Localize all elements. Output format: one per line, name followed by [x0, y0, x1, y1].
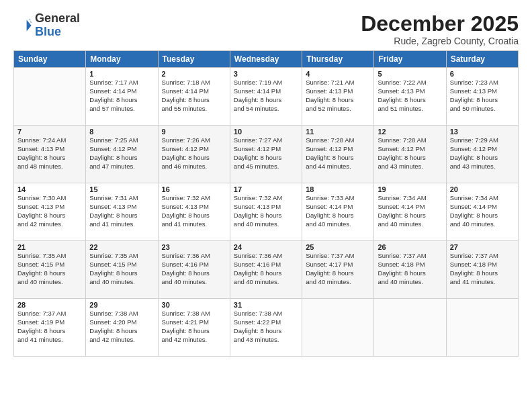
calendar-table: SundayMondayTuesdayWednesdayThursdayFrid…	[13, 50, 519, 357]
day-info: Sunrise: 7:17 AMSunset: 4:14 PMDaylight:…	[89, 79, 154, 113]
svg-marker-1	[28, 19, 32, 23]
calendar-cell: 24Sunrise: 7:36 AMSunset: 4:16 PMDayligh…	[230, 241, 302, 299]
calendar-cell: 17Sunrise: 7:32 AMSunset: 4:13 PMDayligh…	[230, 183, 302, 241]
calendar-body: 1Sunrise: 7:17 AMSunset: 4:14 PMDaylight…	[14, 68, 519, 357]
calendar-cell: 9Sunrise: 7:26 AMSunset: 4:12 PMDaylight…	[158, 126, 230, 183]
calendar-week-row: 28Sunrise: 7:37 AMSunset: 4:19 PMDayligh…	[14, 299, 519, 357]
day-info: Sunrise: 7:37 AMSunset: 4:18 PMDaylight:…	[378, 252, 442, 286]
day-info: Sunrise: 7:19 AMSunset: 4:14 PMDaylight:…	[234, 79, 298, 113]
calendar-week-row: 1Sunrise: 7:17 AMSunset: 4:14 PMDaylight…	[14, 68, 519, 126]
day-number: 31	[234, 301, 298, 309]
day-number: 15	[89, 185, 154, 193]
calendar-cell: 28Sunrise: 7:37 AMSunset: 4:19 PMDayligh…	[14, 299, 86, 357]
day-number: 8	[89, 128, 154, 136]
day-info: Sunrise: 7:35 AMSunset: 4:15 PMDaylight:…	[89, 252, 154, 286]
calendar-header-row: SundayMondayTuesdayWednesdayThursdayFrid…	[14, 51, 519, 68]
day-number: 2	[162, 70, 226, 78]
day-number: 5	[378, 70, 442, 78]
weekday-header: Tuesday	[158, 51, 230, 68]
day-info: Sunrise: 7:37 AMSunset: 4:19 PMDaylight:…	[17, 310, 82, 344]
calendar-cell: 2Sunrise: 7:18 AMSunset: 4:14 PMDaylight…	[158, 68, 230, 126]
day-info: Sunrise: 7:28 AMSunset: 4:12 PMDaylight:…	[378, 136, 442, 171]
calendar-cell: 16Sunrise: 7:32 AMSunset: 4:13 PMDayligh…	[158, 183, 230, 241]
day-number: 23	[162, 243, 226, 251]
day-info: Sunrise: 7:24 AMSunset: 4:13 PMDaylight:…	[17, 136, 82, 171]
calendar-cell: 11Sunrise: 7:28 AMSunset: 4:12 PMDayligh…	[302, 126, 374, 183]
calendar-cell: 22Sunrise: 7:35 AMSunset: 4:15 PMDayligh…	[86, 241, 158, 299]
day-number: 19	[378, 185, 442, 193]
day-number: 7	[17, 128, 82, 136]
location: Rude, Zagreb County, Croatia	[361, 36, 519, 46]
day-info: Sunrise: 7:30 AMSunset: 4:13 PMDaylight:…	[17, 194, 82, 228]
day-info: Sunrise: 7:34 AMSunset: 4:14 PMDaylight:…	[378, 194, 442, 228]
calendar-cell: 18Sunrise: 7:33 AMSunset: 4:14 PMDayligh…	[302, 183, 374, 241]
day-number: 9	[162, 128, 226, 136]
weekday-header: Monday	[86, 51, 158, 68]
calendar-cell: 23Sunrise: 7:36 AMSunset: 4:16 PMDayligh…	[158, 241, 230, 299]
day-info: Sunrise: 7:37 AMSunset: 4:17 PMDaylight:…	[306, 252, 370, 286]
day-info: Sunrise: 7:34 AMSunset: 4:14 PMDaylight:…	[450, 194, 515, 228]
day-number: 1	[89, 70, 154, 78]
day-info: Sunrise: 7:21 AMSunset: 4:13 PMDaylight:…	[306, 79, 370, 113]
day-info: Sunrise: 7:22 AMSunset: 4:13 PMDaylight:…	[378, 79, 442, 113]
weekday-header: Friday	[374, 51, 446, 68]
calendar-week-row: 14Sunrise: 7:30 AMSunset: 4:13 PMDayligh…	[14, 183, 519, 241]
day-info: Sunrise: 7:38 AMSunset: 4:20 PMDaylight:…	[89, 310, 154, 344]
weekday-header: Saturday	[446, 51, 518, 68]
calendar-cell: 30Sunrise: 7:38 AMSunset: 4:21 PMDayligh…	[158, 299, 230, 357]
day-info: Sunrise: 7:36 AMSunset: 4:16 PMDaylight:…	[234, 252, 298, 286]
day-info: Sunrise: 7:38 AMSunset: 4:22 PMDaylight:…	[234, 310, 298, 344]
calendar-cell: 10Sunrise: 7:27 AMSunset: 4:12 PMDayligh…	[230, 126, 302, 183]
calendar-cell: 25Sunrise: 7:37 AMSunset: 4:17 PMDayligh…	[302, 241, 374, 299]
calendar-cell	[446, 299, 518, 357]
logo-icon	[13, 16, 32, 35]
logo: General Blue	[13, 12, 80, 39]
calendar-cell: 3Sunrise: 7:19 AMSunset: 4:14 PMDaylight…	[230, 68, 302, 126]
day-number: 28	[17, 301, 82, 309]
calendar-cell: 13Sunrise: 7:29 AMSunset: 4:12 PMDayligh…	[446, 126, 518, 183]
day-info: Sunrise: 7:37 AMSunset: 4:18 PMDaylight:…	[450, 252, 515, 286]
day-info: Sunrise: 7:23 AMSunset: 4:13 PMDaylight:…	[450, 79, 515, 113]
day-info: Sunrise: 7:18 AMSunset: 4:14 PMDaylight:…	[162, 79, 226, 113]
day-number: 11	[306, 128, 370, 136]
calendar-cell: 29Sunrise: 7:38 AMSunset: 4:20 PMDayligh…	[86, 299, 158, 357]
calendar-cell: 6Sunrise: 7:23 AMSunset: 4:13 PMDaylight…	[446, 68, 518, 126]
day-info: Sunrise: 7:36 AMSunset: 4:16 PMDaylight:…	[162, 252, 226, 286]
day-info: Sunrise: 7:28 AMSunset: 4:12 PMDaylight:…	[306, 136, 370, 171]
day-number: 20	[450, 185, 515, 193]
day-info: Sunrise: 7:25 AMSunset: 4:12 PMDaylight:…	[89, 136, 154, 171]
day-info: Sunrise: 7:27 AMSunset: 4:12 PMDaylight:…	[234, 136, 298, 171]
day-number: 6	[450, 70, 515, 78]
calendar-cell: 4Sunrise: 7:21 AMSunset: 4:13 PMDaylight…	[302, 68, 374, 126]
calendar-cell: 21Sunrise: 7:35 AMSunset: 4:15 PMDayligh…	[14, 241, 86, 299]
calendar-cell: 31Sunrise: 7:38 AMSunset: 4:22 PMDayligh…	[230, 299, 302, 357]
calendar-cell: 15Sunrise: 7:31 AMSunset: 4:13 PMDayligh…	[86, 183, 158, 241]
calendar-cell: 12Sunrise: 7:28 AMSunset: 4:12 PMDayligh…	[374, 126, 446, 183]
day-number: 21	[17, 243, 82, 251]
calendar-cell: 5Sunrise: 7:22 AMSunset: 4:13 PMDaylight…	[374, 68, 446, 126]
calendar-cell	[302, 299, 374, 357]
calendar-cell: 27Sunrise: 7:37 AMSunset: 4:18 PMDayligh…	[446, 241, 518, 299]
day-number: 25	[306, 243, 370, 251]
calendar-cell: 20Sunrise: 7:34 AMSunset: 4:14 PMDayligh…	[446, 183, 518, 241]
day-number: 18	[306, 185, 370, 193]
day-info: Sunrise: 7:33 AMSunset: 4:14 PMDaylight:…	[306, 194, 370, 228]
calendar-cell: 26Sunrise: 7:37 AMSunset: 4:18 PMDayligh…	[374, 241, 446, 299]
day-number: 27	[450, 243, 515, 251]
day-number: 17	[234, 185, 298, 193]
day-number: 30	[162, 301, 226, 309]
calendar-week-row: 21Sunrise: 7:35 AMSunset: 4:15 PMDayligh…	[14, 241, 519, 299]
calendar-cell: 1Sunrise: 7:17 AMSunset: 4:14 PMDaylight…	[86, 68, 158, 126]
month-title: December 2025	[361, 12, 519, 36]
calendar-week-row: 7Sunrise: 7:24 AMSunset: 4:13 PMDaylight…	[14, 126, 519, 183]
calendar-cell: 14Sunrise: 7:30 AMSunset: 4:13 PMDayligh…	[14, 183, 86, 241]
weekday-header: Thursday	[302, 51, 374, 68]
day-number: 4	[306, 70, 370, 78]
day-info: Sunrise: 7:35 AMSunset: 4:15 PMDaylight:…	[17, 252, 82, 286]
day-number: 3	[234, 70, 298, 78]
day-info: Sunrise: 7:31 AMSunset: 4:13 PMDaylight:…	[89, 194, 154, 228]
day-number: 14	[17, 185, 82, 193]
weekday-header: Sunday	[14, 51, 86, 68]
day-info: Sunrise: 7:29 AMSunset: 4:12 PMDaylight:…	[450, 136, 515, 171]
calendar-cell: 8Sunrise: 7:25 AMSunset: 4:12 PMDaylight…	[86, 126, 158, 183]
